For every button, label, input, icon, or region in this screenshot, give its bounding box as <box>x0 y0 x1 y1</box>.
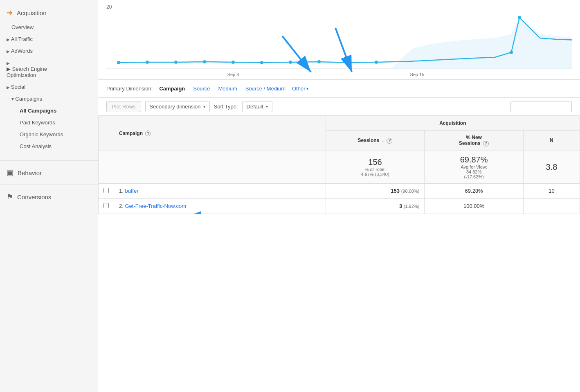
total-pct-new-cell: 69.87% Avg for View: 84.82% (-17.62%) <box>425 151 524 183</box>
pd-other[interactable]: Other ▾ <box>292 86 308 92</box>
th-pct-new-sessions: % NewSessions ? <box>425 131 524 151</box>
row2-checkbox-cell <box>99 198 114 214</box>
acquisition-icon: ➜ <box>7 8 13 17</box>
row1-sessions-pct: (98.08%) <box>401 189 420 194</box>
row2-sessions-value: 3 <box>399 203 402 209</box>
sidebar-item-organic-keywords[interactable]: Organic Keywords <box>0 128 98 140</box>
row2-pct-new-cell: 100.00% <box>425 198 524 214</box>
svg-point-7 <box>260 61 263 64</box>
campaign-help-icon[interactable]: ? <box>145 131 151 136</box>
sidebar-item-campaigns[interactable]: Campaigns <box>0 93 98 105</box>
chart-container: Sep 8 Sep 15 <box>106 11 572 77</box>
total-sessions-cell: 156 % of Total: 4.67% (3,340) <box>326 151 425 183</box>
pd-campaign[interactable]: Campaign <box>157 85 187 92</box>
row2-sessions-pct: (1.92%) <box>404 204 420 209</box>
svg-point-12 <box>510 51 513 54</box>
svg-point-4 <box>174 61 178 64</box>
sidebar-item-social[interactable]: Social <box>0 81 98 93</box>
secondary-dimension-arrow-icon: ▾ <box>203 104 205 109</box>
th-new-sessions: N <box>523 131 580 151</box>
behavior-icon: ▣ <box>7 168 13 177</box>
sidebar-item-all-campaigns[interactable]: All Campaigns <box>0 105 98 117</box>
svg-point-5 <box>203 60 206 63</box>
sidebar-behavior[interactable]: ▣ Behavior <box>0 164 98 181</box>
primary-dimension-bar: Primary Dimension: Campaign Source Mediu… <box>98 80 580 98</box>
total-sessions-pct-label: % of Total: <box>331 167 420 172</box>
total-new-sessions-value: 3.8 <box>528 162 575 172</box>
svg-line-21 <box>335 28 352 72</box>
row1-checkbox-cell <box>99 183 114 198</box>
sessions-help-icon[interactable]: ? <box>387 138 392 144</box>
total-campaign-cell <box>114 151 326 183</box>
row1-campaign-cell: 1. buffer <box>114 183 326 198</box>
row1-pct-new-value: 69.28% <box>465 188 483 194</box>
pd-other-dropdown-arrow: ▾ <box>306 86 308 91</box>
pd-medium[interactable]: Medium <box>216 85 238 92</box>
divider-conversions <box>0 185 98 185</box>
sidebar-acquisition[interactable]: ➜ Acquisition <box>0 4 98 21</box>
main-content: 20 <box>98 0 580 392</box>
total-sessions-pct-value: 4.67% (3,340) <box>331 172 420 177</box>
sidebar-item-paid-keywords[interactable]: Paid Keywords <box>0 117 98 128</box>
table-total-row: 156 % of Total: 4.67% (3,340) 69.87% Avg… <box>99 151 580 183</box>
sidebar-conversions-label: Conversions <box>17 194 51 201</box>
th-acquisition-group: Acquisition <box>326 116 580 131</box>
total-new-sessions-cell: 3.8 <box>523 151 580 183</box>
secondary-dimension-dropdown[interactable]: Secondary dimension ▾ <box>145 101 210 112</box>
pd-source-medium[interactable]: Source / Medium <box>244 85 287 92</box>
row1-sessions-value: 153 <box>391 188 400 194</box>
row2-checkbox[interactable] <box>103 203 109 208</box>
row2-number: 2. <box>119 203 124 209</box>
chart-y-label: 20 <box>106 4 572 10</box>
row1-pct-new-cell: 69.28% <box>425 183 524 198</box>
sort-type-label: Sort Type: <box>214 104 238 110</box>
sidebar-item-adwords[interactable]: AdWords <box>0 45 98 57</box>
row1-campaign-link[interactable]: buffer <box>125 188 138 194</box>
sidebar-item-all-traffic[interactable]: All Traffic <box>0 33 98 45</box>
svg-point-2 <box>117 61 120 64</box>
sidebar-behavior-label: Behavior <box>18 169 42 176</box>
svg-point-3 <box>146 61 149 64</box>
svg-point-6 <box>232 61 235 64</box>
sidebar-item-cost-analysis[interactable]: Cost Analysis <box>0 140 98 152</box>
total-avg-diff: (-17.62%) <box>429 174 518 179</box>
row2-sessions-cell: 3 (1.92%) <box>326 198 425 214</box>
svg-point-11 <box>375 61 378 64</box>
conversions-icon: ⚑ <box>7 192 13 201</box>
pct-new-sessions-help-icon[interactable]: ? <box>483 141 489 146</box>
chart-svg: Sep 8 Sep 15 <box>106 11 572 77</box>
sidebar-item-seo[interactable]: ▶ Search EngineOptimization <box>0 57 98 81</box>
sessions-sort-icon[interactable]: ↓ <box>382 138 384 143</box>
table-row: 1. buffer 153 (98.08%) 69.28% 10 <box>99 183 580 198</box>
secondary-dimension-label: Secondary dimension <box>150 104 201 110</box>
pd-source[interactable]: Source <box>191 85 211 92</box>
sidebar-conversions[interactable]: ⚑ Conversions <box>0 188 98 205</box>
row1-checkbox[interactable] <box>103 188 109 193</box>
sort-type-dropdown[interactable]: Default ▾ <box>242 101 272 112</box>
table-search-input[interactable] <box>510 101 572 112</box>
row1-number: 1. <box>119 188 124 194</box>
row2-campaign-link[interactable]: Get-Free-Traffic-Now.com <box>125 203 186 209</box>
table-container: Campaign ? Acquisition Sessions ↓ ? % Ne… <box>98 116 580 214</box>
th-campaign: Campaign ? <box>114 116 326 151</box>
total-pct-new-value: 69.87% <box>429 155 518 164</box>
total-checkbox-cell <box>99 151 114 183</box>
total-sessions-value: 156 <box>331 158 420 167</box>
svg-text:Sep 15: Sep 15 <box>410 72 425 77</box>
chart-area: 20 <box>98 0 580 80</box>
sort-default-label: Default <box>247 104 263 110</box>
row2-campaign-cell: 2. Get-Free-Traffic-Now.com <box>114 198 326 214</box>
sidebar-acquisition-label: Acquisition <box>17 9 47 16</box>
svg-point-9 <box>317 60 321 63</box>
th-sessions: Sessions ↓ ? <box>326 131 425 151</box>
divider-behavior <box>0 160 98 161</box>
total-avg-label: Avg for View: <box>429 164 518 169</box>
sort-type-arrow-icon: ▾ <box>266 104 268 109</box>
row1-new-sessions-cell: 10 <box>523 183 580 198</box>
table-row: 2. Get-Free-Traffic-Now.com 3 (1.92%) 10… <box>99 198 580 214</box>
row2-pct-new-value: 100.00% <box>463 203 484 209</box>
plot-rows-button[interactable]: Plot Rows <box>106 101 141 112</box>
sidebar-item-overview[interactable]: Overview <box>0 21 98 33</box>
svg-text:Sep 8: Sep 8 <box>227 72 239 77</box>
row1-new-sessions-value: 10 <box>549 188 554 194</box>
